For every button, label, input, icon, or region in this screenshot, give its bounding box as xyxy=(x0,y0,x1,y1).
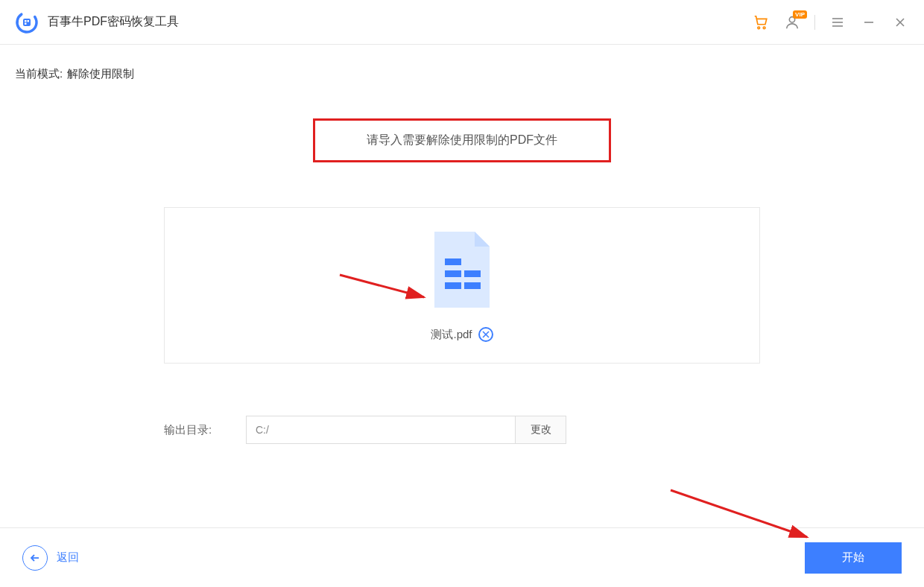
titlebar-left: 百事牛PDF密码恢复工具 xyxy=(15,10,179,34)
file-row: 测试.pdf xyxy=(431,327,493,342)
mode-label: 当前模式: xyxy=(15,67,63,81)
svg-rect-15 xyxy=(445,270,461,277)
svg-point-6 xyxy=(763,26,765,28)
svg-line-21 xyxy=(340,275,424,297)
menu-icon[interactable] xyxy=(829,13,847,31)
svg-rect-1 xyxy=(23,19,31,26)
change-output-button[interactable]: 更改 xyxy=(515,416,566,443)
close-icon[interactable] xyxy=(891,13,909,31)
vip-badge: VIP xyxy=(793,10,807,19)
back-label: 返回 xyxy=(57,550,79,565)
start-label: 开始 xyxy=(842,550,864,565)
cart-icon[interactable] xyxy=(752,13,770,31)
mode-value: 解除使用限制 xyxy=(67,67,134,81)
user-icon[interactable]: VIP xyxy=(783,13,801,31)
document-icon xyxy=(428,229,496,314)
back-arrow-icon xyxy=(22,545,48,571)
app-title: 百事牛PDF密码恢复工具 xyxy=(48,14,179,30)
svg-rect-2 xyxy=(25,20,27,22)
remove-file-icon[interactable] xyxy=(478,327,493,342)
minimize-icon[interactable] xyxy=(860,13,878,31)
output-path-wrap: 更改 xyxy=(246,416,566,444)
svg-rect-14 xyxy=(445,258,461,265)
instruction-box: 请导入需要解除使用限制的PDF文件 xyxy=(313,118,611,162)
content: 当前模式: 解除使用限制 请导入需要解除使用限制的PDF文件 测试.pdf xyxy=(0,45,924,527)
output-path-input[interactable] xyxy=(247,416,515,443)
titlebar: 百事牛PDF密码恢复工具 VIP xyxy=(0,0,924,45)
app-logo xyxy=(15,10,39,34)
output-row: 输出目录: 更改 xyxy=(164,416,760,444)
footer: 返回 开始 xyxy=(0,527,924,587)
start-button[interactable]: 开始 xyxy=(805,542,902,574)
instruction-text: 请导入需要解除使用限制的PDF文件 xyxy=(367,133,557,146)
svg-rect-3 xyxy=(28,20,30,22)
mode-row: 当前模式: 解除使用限制 xyxy=(15,67,909,81)
svg-rect-18 xyxy=(464,282,481,289)
back-button[interactable]: 返回 xyxy=(22,545,79,571)
svg-rect-17 xyxy=(445,282,461,289)
file-dropzone[interactable]: 测试.pdf xyxy=(164,207,760,364)
file-name: 测试.pdf xyxy=(431,328,472,342)
svg-point-5 xyxy=(758,26,760,28)
arrow-annotation-icon xyxy=(336,271,433,308)
change-btn-label: 更改 xyxy=(531,423,551,437)
output-label: 输出目录: xyxy=(164,423,231,437)
divider xyxy=(814,15,815,30)
svg-rect-4 xyxy=(25,22,27,25)
svg-rect-16 xyxy=(464,270,481,277)
titlebar-right: VIP xyxy=(752,13,909,31)
